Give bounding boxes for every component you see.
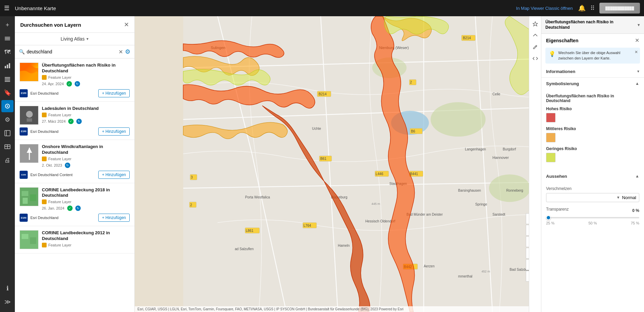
svg-text:Sarstedt: Sarstedt (492, 213, 505, 216)
panel-code-icon[interactable] (530, 53, 540, 64)
panel-pin-icon[interactable] (530, 19, 540, 29)
panel-close-button[interactable]: ✕ (124, 21, 129, 28)
search-clear-icon[interactable]: ✕ (119, 49, 123, 55)
informationen-section-toggle[interactable]: Informationen ▾ (541, 66, 644, 78)
feature-layer-icon (42, 199, 47, 204)
layer-info: Überflutungsflächen nach Risiko in Deuts… (42, 63, 130, 87)
sidebar-icon-expand[interactable]: ≫ (1, 296, 14, 308)
svg-rect-5 (9, 63, 10, 68)
sidebar-icon-table[interactable] (1, 73, 14, 85)
appearance-content: Verschmelzen ▼ Normal Transparenz 0 % 25… (541, 182, 644, 229)
svg-text:B441: B441 (410, 172, 418, 176)
hamburger-menu-icon[interactable]: ☰ (4, 4, 9, 12)
layer-date: 26. Jan. 2024 (42, 206, 65, 210)
notification-bell-icon[interactable]: 🔔 (578, 4, 586, 12)
feature-layer-icon (42, 157, 47, 161)
svg-text:2: 2 (190, 203, 192, 207)
search-filter-icon[interactable]: ⚙ (125, 48, 130, 55)
provider-name: Esri Deutschland (30, 216, 96, 220)
layer-type-label: Feature Layer (48, 75, 71, 79)
transparency-slider-track (546, 217, 639, 218)
sidebar-icon-settings[interactable]: ⚙ (1, 114, 14, 126)
source-selector[interactable]: Living Atlas ▾ (15, 33, 134, 45)
aussehen-label: Aussehen (546, 174, 567, 179)
slider-label-25: 25 % (546, 221, 555, 225)
list-item: CORINE Landbedeckung 2018 in Deutschland… (15, 183, 134, 226)
sidebar-icon-add[interactable]: + (1, 19, 14, 31)
sidebar-icon-bookmarks[interactable]: 🔖 (1, 87, 14, 99)
header-icons: 🔔 ⠿ ████████████ (578, 3, 640, 14)
sidebar-icon-analysis[interactable] (1, 59, 14, 72)
provider-name: Esri Deutschland Content (30, 173, 96, 177)
list-item: Überflutungsflächen nach Risiko in Deuts… (15, 58, 134, 102)
search-input[interactable] (27, 49, 117, 54)
svg-rect-9 (5, 81, 10, 82)
refresh-icon: ↻ (75, 206, 81, 211)
classic-viewer-link[interactable]: In Map Viewer Classic öffnen (516, 6, 573, 11)
svg-text:Porta Westfalica: Porta Westfalica (245, 195, 270, 199)
informationen-label: Informationen (546, 69, 575, 74)
sidebar-icon-active-layer[interactable] (1, 100, 14, 112)
user-avatar[interactable]: ████████████ (599, 3, 640, 14)
blend-value: Normal (622, 195, 636, 200)
svg-point-18 (26, 111, 33, 118)
medium-risk-item: Mittleres Risiko (546, 126, 639, 142)
layer-info: CORINE Landbedeckung 2018 in Deutschland… (42, 187, 130, 211)
layer-name: Überflutungsflächen nach Risiko in Deuts… (42, 63, 130, 74)
panel-edit-icon[interactable] (530, 42, 540, 52)
feature-layer-icon (42, 243, 47, 247)
svg-rect-28 (22, 234, 28, 239)
feature-layer-icon (42, 75, 47, 80)
symbolization-content: Überflutungsflächen nach Risiko in Deuts… (541, 90, 644, 170)
sidebar-icon-layers[interactable] (1, 32, 14, 45)
svg-text:Hameln: Hameln (338, 244, 350, 247)
transparency-label: Transparenz (546, 207, 569, 212)
sidebar-icon-layout[interactable] (1, 127, 14, 139)
add-layer-button[interactable]: + Hinzufügen (98, 89, 130, 97)
apps-grid-icon[interactable]: ⠿ (590, 4, 595, 12)
layer-selector-chevron-icon[interactable]: ▾ (638, 22, 640, 27)
aussehen-chevron-icon: ▲ (635, 174, 639, 178)
list-item: Ladesäulen in Deutschland Feature Layer … (15, 102, 134, 140)
medium-risk-label: Mittleres Risiko (546, 126, 639, 131)
add-layer-button[interactable]: + Hinzufügen (98, 127, 130, 136)
sidebar-icon-print[interactable]: 🖨 (1, 154, 14, 166)
blend-select[interactable]: ▼ Normal (546, 193, 639, 202)
verified-icon: ✓ (67, 206, 73, 211)
panel-header: Durchsuchen von Layern ✕ (15, 16, 134, 33)
refresh-icon: ↻ (65, 163, 70, 168)
low-risk-swatch[interactable] (546, 153, 556, 162)
search-icon: 🔍 (19, 49, 25, 54)
provider-logo: ESRI (20, 127, 28, 136)
svg-rect-2 (5, 40, 10, 40)
svg-text:3: 3 (191, 175, 193, 179)
medium-risk-swatch[interactable] (546, 133, 556, 142)
source-chevron-icon: ▾ (86, 37, 88, 41)
symbolisierung-section-toggle[interactable]: Symbolisierung ▲ (541, 78, 644, 90)
svg-rect-0 (5, 37, 10, 38)
layer-date: 27. März 2024 (42, 119, 66, 123)
sidebar-icon-basemap[interactable]: 🗺 (1, 46, 14, 58)
high-risk-swatch[interactable] (546, 113, 556, 122)
blend-label: Verschmelzen (546, 186, 639, 191)
properties-close-button[interactable]: ✕ (635, 37, 639, 44)
svg-text:L764: L764 (304, 224, 311, 227)
svg-text:Langenhagen: Langenhagen (465, 147, 486, 151)
svg-line-105 (536, 46, 536, 47)
svg-text:L861: L861 (246, 229, 254, 233)
svg-text:B61: B61 (320, 157, 326, 161)
panel-expand-icon[interactable] (530, 30, 540, 41)
info-banner-close-button[interactable]: ✕ (635, 50, 638, 54)
svg-text:B6: B6 (411, 129, 415, 133)
transparency-slider-thumb[interactable] (546, 215, 551, 220)
sidebar-icon-info[interactable]: ℹ (1, 282, 14, 294)
symbolisierung-label: Symbolisierung (546, 81, 579, 86)
layer-thumbnail (20, 63, 38, 81)
attribution-text: Esri, CGIAR, USGS | LGLN, Esri, TomTom, … (137, 307, 404, 311)
sidebar-icon-fields[interactable] (1, 141, 14, 153)
aussehen-section-toggle[interactable]: Aussehen ▲ (541, 170, 644, 182)
add-layer-button[interactable]: + Hinzufügen (98, 171, 130, 179)
add-layer-button[interactable]: + Hinzufügen (98, 214, 130, 222)
header-right: In Map Viewer Classic öffnen 🔔 ⠿ ███████… (516, 3, 640, 14)
layer-date: 24. Apr. 2024 (42, 82, 64, 86)
